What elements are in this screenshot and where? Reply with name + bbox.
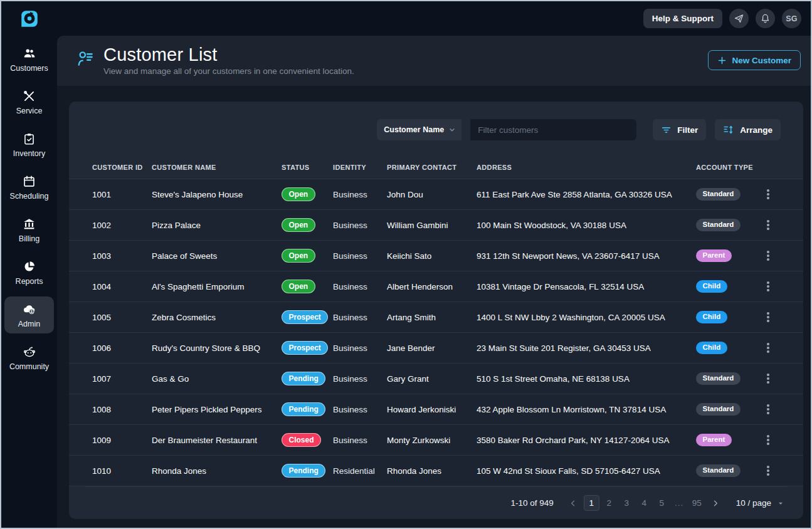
sidebar-item-label: Billing — [19, 234, 40, 243]
page-size-select[interactable]: 10 / page — [736, 498, 784, 508]
page-number-4[interactable]: 4 — [636, 495, 652, 511]
page-subtitle: View and manage all of your customers in… — [103, 66, 354, 76]
cell-address: 105 W 42nd St Sioux Falls, SD 57105-6427… — [477, 466, 696, 476]
admin-icon — [22, 303, 36, 316]
row-actions-menu[interactable] — [763, 278, 773, 295]
sidebar-item-reports[interactable]: Reports — [4, 254, 54, 291]
row-actions-menu[interactable] — [763, 217, 773, 233]
table-row[interactable]: 1010 Rhonda Jones Pending Residential Rh… — [69, 456, 803, 486]
cell-customer-id: 1001 — [92, 190, 152, 199]
help-support-button[interactable]: Help & Support — [643, 9, 722, 28]
table-row[interactable]: 1001 Steve's Jalapeno House Open Busines… — [69, 179, 803, 210]
table-row[interactable]: 1004 Al's Spaghetti Emporium Open Busine… — [69, 271, 803, 302]
table-row[interactable]: 1002 Pizza Palace Open Business William … — [69, 210, 803, 241]
cell-primary-contact: Gary Grant — [387, 374, 477, 384]
page-header: Customer List View and manage all of you… — [57, 36, 811, 86]
next-page-button[interactable] — [709, 495, 722, 511]
sidebar-item-service[interactable]: Service — [4, 83, 54, 120]
filter-button[interactable]: Filter — [653, 119, 706, 140]
sidebar-item-inventory[interactable]: Inventory — [4, 126, 54, 163]
row-actions-menu[interactable] — [763, 432, 773, 448]
row-actions-menu[interactable] — [763, 401, 773, 417]
column-header: PRIMARY CONTACT — [387, 164, 477, 171]
filter-customers-input[interactable] — [470, 119, 636, 140]
cell-customer-id: 1005 — [92, 313, 152, 322]
sidebar-item-billing[interactable]: Billing — [4, 211, 54, 248]
table-row[interactable]: 1008 Peter Pipers Pickled Peppers Pendin… — [69, 394, 803, 425]
account-type-badge: Standard — [696, 188, 741, 201]
cell-identity: Business — [333, 436, 387, 445]
filter-icon — [661, 125, 672, 135]
column-header: IDENTITY — [333, 164, 387, 171]
sidebar-item-customers[interactable]: Customers — [4, 40, 54, 78]
row-actions-menu[interactable] — [763, 186, 773, 202]
cell-customer-id: 1006 — [92, 343, 152, 353]
cell-primary-contact: John Dou — [387, 190, 477, 199]
cell-customer-name: Rhonda Jones — [152, 466, 282, 476]
sidebar-item-label: Service — [16, 107, 43, 115]
pagination-summary: 1-10 of 949 — [510, 498, 553, 508]
sidebar-item-admin[interactable]: Admin — [4, 296, 54, 333]
row-actions-menu[interactable] — [763, 309, 773, 325]
table-row[interactable]: 1006 Rudy's Country Store & BBQ Prospect… — [69, 333, 803, 364]
previous-page-button[interactable] — [566, 495, 580, 511]
table-row[interactable]: 1009 Der Braumeister Restaurant Closed B… — [69, 425, 803, 456]
page-number-3[interactable]: 3 — [619, 495, 635, 511]
table-row[interactable]: 1003 Palace of Sweets Open Business Keii… — [69, 241, 803, 271]
cell-address: 432 Apple Blossom Ln Morristown, TN 3781… — [477, 405, 696, 414]
app-logo-icon[interactable] — [19, 8, 40, 29]
new-customer-button[interactable]: New Customer — [708, 50, 801, 70]
cell-identity: Residential — [333, 466, 387, 476]
sidebar-item-community[interactable]: Community — [4, 339, 54, 376]
content-area: Customer Name Filter Arrange CUSTOMER ID… — [57, 86, 811, 528]
cell-address: 10381 Vintage Dr Pensacola, FL 32514 USA — [477, 282, 696, 291]
account-type-badge: Child — [696, 342, 727, 355]
cell-address: 3580 Baker Rd Orchard Park, NY 14127-206… — [477, 436, 696, 445]
cell-customer-id: 1004 — [92, 282, 152, 291]
arrange-button[interactable]: Arrange — [715, 119, 781, 140]
notifications-button[interactable] — [756, 9, 775, 28]
sidebar-item-scheduling[interactable]: Scheduling — [4, 169, 54, 206]
cell-customer-name: Pizza Palace — [152, 221, 282, 230]
sidebar-item-label: Admin — [18, 320, 40, 328]
account-type-badge: Parent — [696, 434, 732, 447]
table-body: 1001 Steve's Jalapeno House Open Busines… — [69, 179, 803, 486]
cell-customer-id: 1007 — [92, 374, 152, 384]
avatar[interactable]: SG — [782, 9, 801, 28]
cell-primary-contact: William Gambini — [387, 221, 477, 230]
page-number-95[interactable]: 95 — [689, 495, 705, 511]
chevron-left-icon — [569, 499, 577, 508]
page-number-2[interactable]: 2 — [601, 495, 617, 511]
cell-address: 611 East Park Ave Ste 2858 Atlanta, GA 3… — [477, 190, 696, 199]
row-actions-menu[interactable] — [763, 340, 773, 356]
cell-address: 23 Main St Suite 201 Register, GA 30453 … — [477, 343, 696, 353]
page-number-5[interactable]: 5 — [654, 495, 670, 511]
filter-button-label: Filter — [677, 125, 698, 135]
row-actions-menu[interactable] — [763, 370, 773, 387]
table-header: CUSTOMER IDCUSTOMER NAMESTATUSIDENTITYPR… — [69, 155, 803, 179]
status-badge: Pending — [282, 464, 325, 478]
status-badge: Pending — [282, 372, 325, 385]
cell-primary-contact: Monty Zurkowski — [387, 436, 477, 445]
account-type-badge: Child — [696, 311, 727, 324]
cell-customer-name: Rudy's Country Store & BBQ — [152, 343, 282, 353]
cell-customer-name: Al's Spaghetti Emporium — [152, 282, 282, 291]
service-icon — [23, 90, 36, 103]
column-header: CUSTOMER ID — [92, 164, 152, 171]
row-actions-menu[interactable] — [763, 463, 773, 479]
filter-field-select[interactable]: Customer Name — [377, 119, 461, 140]
table-row[interactable]: 1005 Zebra Cosmetics Prospect Business A… — [69, 302, 803, 333]
topbar: Help & Support SG — [57, 1, 811, 36]
cell-identity: Business — [333, 374, 387, 384]
sidebar-nav: Customers Service Inventory Scheduling B… — [1, 40, 57, 376]
status-badge: Open — [282, 249, 315, 263]
chevron-down-icon — [448, 126, 456, 134]
table-row[interactable]: 1007 Gas & Go Pending Business Gary Gran… — [69, 364, 803, 394]
send-button[interactable] — [729, 9, 749, 28]
row-actions-menu[interactable] — [763, 248, 773, 264]
page-number-1[interactable]: 1 — [584, 495, 599, 511]
customer-list-panel: Customer Name Filter Arrange CUSTOMER ID… — [69, 102, 803, 519]
cell-address: 931 12th St Newport News, VA 23607-6417 … — [477, 251, 696, 261]
sidebar-item-label: Inventory — [13, 149, 45, 158]
account-type-badge: Standard — [696, 464, 741, 478]
